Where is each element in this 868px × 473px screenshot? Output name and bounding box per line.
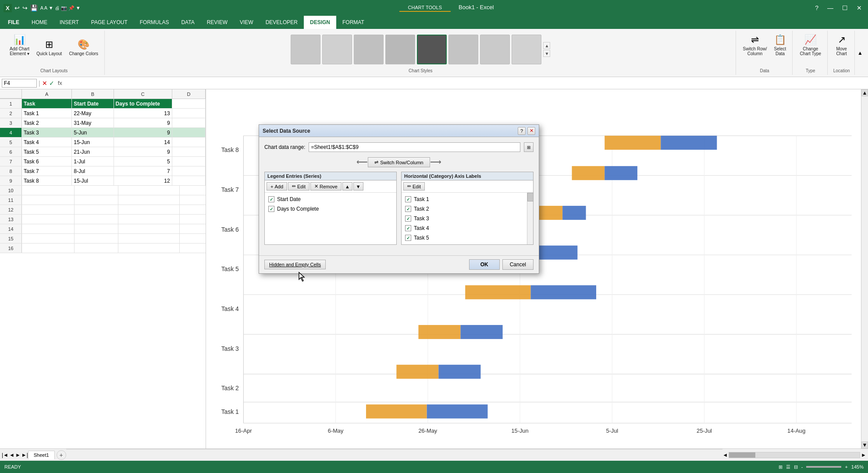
cell-c1[interactable]: Days to Complete [114,99,172,108]
chart-area[interactable]: Task 8 Task 7 Task 6 Task 5 Task 4 Task … [206,89,861,448]
add-chart-element-btn[interactable]: 📊 Add ChartElement ▾ [7,32,32,58]
hidden-cells-btn[interactable]: Hidden and Empty Cells [264,260,326,269]
series-item-days[interactable]: Days to Complete [267,204,395,214]
cell-b6[interactable]: 21-Jun [72,147,114,156]
chart-style-4[interactable] [385,35,415,64]
category-item-4[interactable]: Task 4 [403,223,531,233]
cat-checkbox-2[interactable] [405,206,411,212]
col-header-b[interactable]: B [72,89,114,99]
redo-btn[interactable]: ↪ [22,4,28,11]
edit-series-btn[interactable]: ✏ Edit [288,182,309,191]
change-chart-type-btn[interactable]: 📈 ChangeChart Type [797,32,824,58]
dialog-help-btn[interactable]: ? [518,127,526,135]
tab-page-layout[interactable]: PAGE LAYOUT [85,16,134,29]
sheet-tab-sheet1[interactable]: Sheet1 [28,451,55,459]
restore-btn[interactable]: ☐ [840,4,850,12]
cell-b8[interactable]: 8-Jul [72,166,114,176]
tab-file[interactable]: FILE [2,16,25,29]
tab-home[interactable]: HOME [25,16,53,29]
cancel-edit[interactable]: ✕ [42,80,47,87]
chart-style-3[interactable] [354,35,384,64]
tab-view[interactable]: VIEW [234,16,260,29]
cell-b2[interactable]: 22-May [72,109,114,118]
switch-row-column-btn[interactable]: ⇌ Switch Row/Column [740,32,770,58]
scroll-down-btn[interactable]: ▼ [861,441,868,448]
cell-b1[interactable]: Start Date [72,99,114,108]
cell-a7[interactable]: Task 6 [22,157,72,166]
cell-d8[interactable] [172,166,206,176]
undo-btn[interactable]: ↩ [14,4,20,11]
cat-checkbox-4[interactable] [405,225,411,231]
cell-d5[interactable] [172,138,206,147]
cell-d4[interactable] [172,128,206,137]
series-checkbox-days[interactable] [268,206,274,212]
change-colors-btn[interactable]: 🎨 Change Colors [66,37,101,58]
col-header-d[interactable]: D [172,89,206,99]
series-down-btn[interactable]: ▼ [353,182,363,191]
h-scrollbar[interactable]: ◄ ► [722,452,866,458]
sheet-nav-last[interactable]: ►| [21,452,28,458]
h-scroll-right[interactable]: ► [861,452,866,458]
save-btn[interactable]: 💾 [30,4,38,11]
cell-d2[interactable] [172,109,206,118]
series-checkbox-start-date[interactable] [268,196,274,202]
cell-c6[interactable]: 9 [114,147,172,156]
range-collapse-btn[interactable]: ⊞ [524,142,534,152]
chart-style-5[interactable] [417,35,447,64]
quick-access[interactable]: A A ▼ 🖨 📷 📌 ▼ [40,5,81,11]
cat-checkbox-3[interactable] [405,215,411,222]
style-scroll-up[interactable]: ▲ [543,42,550,49]
sheet-nav-next[interactable]: ► [15,452,21,458]
tab-insert[interactable]: INSERT [53,16,85,29]
series-up-btn[interactable]: ▲ [342,182,352,191]
tab-review[interactable]: REVIEW [201,16,234,29]
cat-checkbox-1[interactable] [405,196,411,202]
cell-c8[interactable]: 7 [114,166,172,176]
view-page-btn[interactable]: ☰ [786,464,790,470]
cell-d1[interactable] [172,99,206,108]
scroll-up-btn[interactable]: ▲ [861,89,868,96]
cell-a1[interactable]: Task [22,99,72,108]
cell-c3[interactable]: 9 [114,118,172,127]
chart-style-2[interactable] [322,35,352,64]
cell-a6[interactable]: Task 5 [22,147,72,156]
category-scrollbar[interactable] [527,193,533,244]
switch-row-column-btn[interactable]: ⇌ Switch Row/Column [368,157,430,167]
cell-c7[interactable]: 5 [114,157,172,166]
zoom-out-btn[interactable]: - [801,464,803,469]
dialog-close-btn[interactable]: ✕ [527,127,535,135]
chart-style-6[interactable] [448,35,478,64]
name-box[interactable] [2,79,37,88]
cell-b7[interactable]: 1-Jul [72,157,114,166]
h-scroll-thumb[interactable] [729,452,755,458]
cell-c5[interactable]: 14 [114,138,172,147]
tab-data[interactable]: DATA [175,16,200,29]
cell-c4[interactable]: 9 [114,128,172,137]
zoom-in-btn[interactable]: + [845,464,847,469]
category-item-2[interactable]: Task 2 [403,204,531,214]
cell-b3[interactable]: 31-May [72,118,114,127]
tab-developer[interactable]: DEVELOPER [260,16,304,29]
minimize-btn[interactable]: — [825,4,836,12]
data-range-input[interactable] [309,142,520,152]
vertical-scrollbar[interactable]: ▲ ▼ [861,89,868,448]
cell-d6[interactable] [172,147,206,156]
tab-design[interactable]: DESIGN [304,16,336,29]
category-item-5[interactable]: Task 5 [403,233,531,243]
function-icon[interactable]: fx [56,80,64,86]
chart-style-8[interactable] [512,35,541,64]
ok-btn[interactable]: OK [469,259,500,270]
category-item-3[interactable]: Task 3 [403,214,531,223]
series-item-start-date[interactable]: Start Date [267,194,395,204]
edit-category-btn[interactable]: ✏ Edit [403,182,425,191]
formula-input[interactable] [66,79,866,87]
col-header-c[interactable]: C [114,89,172,99]
close-btn[interactable]: ✕ [854,4,864,12]
zoom-slider[interactable] [806,466,841,468]
view-normal-btn[interactable]: ⊞ [779,464,783,470]
cat-checkbox-5[interactable] [405,235,411,241]
view-preview-btn[interactable]: ⊟ [794,464,798,470]
sheet-nav-prev[interactable]: ◄ [9,452,14,458]
cell-d7[interactable] [172,157,206,166]
h-scroll-track[interactable] [729,452,860,458]
